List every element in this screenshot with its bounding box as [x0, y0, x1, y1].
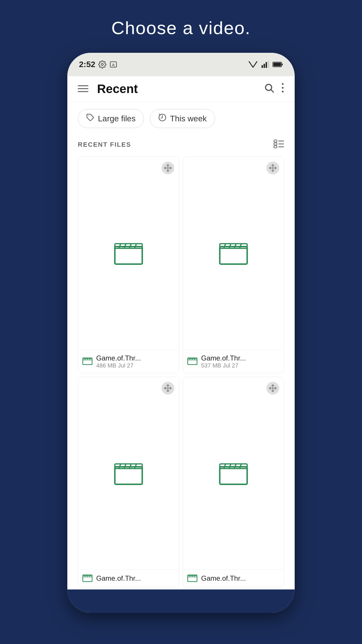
screen-title: Recent — [97, 82, 264, 96]
grid-view-button[interactable] — [274, 140, 284, 150]
file-info-2: Game.of.Thr... 537 MB Jul 27 — [183, 350, 284, 373]
large-files-label: Large files — [98, 114, 136, 123]
svg-rect-29 — [115, 247, 142, 264]
svg-line-34 — [135, 244, 136, 249]
menu-button[interactable] — [78, 84, 88, 94]
phone-bottom-bar — [67, 589, 295, 613]
file-card[interactable]: Game.of.Thr... 537 MB Jul 27 — [183, 157, 284, 373]
filter-bar: Large files This week — [67, 102, 295, 135]
svg-rect-5 — [266, 62, 267, 68]
file-details-3: Game.of.Thr... — [96, 574, 141, 582]
search-button[interactable] — [264, 83, 274, 96]
svg-rect-9 — [282, 64, 283, 65]
status-left: 2:52 A — [79, 60, 117, 69]
svg-point-16 — [282, 87, 284, 89]
svg-point-0 — [101, 64, 103, 66]
file-name-4: Game.of.Thr... — [201, 574, 246, 582]
signal-icon — [261, 60, 269, 69]
svg-rect-23 — [274, 146, 277, 148]
file-meta-2: 537 MB Jul 27 — [201, 362, 246, 369]
file-info-3: Game.of.Thr... — [78, 570, 179, 587]
svg-rect-6 — [268, 61, 269, 68]
this-week-label: This week — [170, 114, 207, 123]
file-thumbnail-1 — [78, 157, 179, 350]
files-grid: Game.of.Thr... 486 MB Jul 27 — [67, 154, 295, 589]
battery-icon — [273, 61, 283, 68]
file-thumbnail-3 — [78, 377, 179, 570]
svg-point-15 — [282, 83, 284, 85]
file-meta-1: 486 MB Jul 27 — [96, 362, 141, 369]
svg-line-59 — [129, 464, 131, 468]
svg-line-33 — [129, 244, 131, 249]
svg-rect-8 — [273, 63, 281, 66]
time-display: 2:52 — [79, 60, 95, 69]
svg-rect-3 — [261, 65, 263, 68]
file-thumbnail-4 — [183, 377, 284, 570]
file-card[interactable]: Game.of.Thr... — [78, 377, 179, 587]
drag-handle-4 — [266, 382, 279, 395]
svg-line-57 — [119, 464, 121, 468]
wifi-icon — [249, 61, 257, 68]
file-name-2: Game.of.Thr... — [201, 354, 246, 362]
file-details-2: Game.of.Thr... 537 MB Jul 27 — [201, 354, 246, 369]
svg-line-44 — [224, 244, 226, 249]
gear-icon — [98, 60, 106, 69]
svg-rect-21 — [274, 140, 277, 142]
file-thumbnail-2 — [183, 157, 284, 350]
drag-handle-2 — [266, 162, 279, 174]
svg-rect-42 — [220, 247, 247, 264]
large-files-chip[interactable]: Large files — [78, 109, 144, 128]
this-week-chip[interactable]: This week — [150, 109, 215, 128]
file-details-4: Game.of.Thr... — [201, 574, 246, 582]
svg-line-14 — [271, 90, 273, 92]
tag-icon — [86, 113, 94, 124]
section-header: RECENT FILES — [67, 135, 295, 154]
svg-line-71 — [229, 464, 231, 468]
status-bar: 2:52 A — [67, 53, 295, 76]
file-card[interactable]: Game.of.Thr... 486 MB Jul 27 — [78, 157, 179, 373]
file-details-1: Game.of.Thr... 486 MB Jul 27 — [96, 354, 141, 369]
svg-line-60 — [135, 464, 136, 468]
svg-line-31 — [119, 244, 121, 249]
svg-line-32 — [124, 244, 126, 249]
svg-line-47 — [240, 244, 241, 249]
svg-rect-55 — [115, 467, 142, 484]
svg-rect-22 — [274, 143, 277, 145]
file-name-1: Game.of.Thr... — [96, 354, 141, 362]
file-name-3: Game.of.Thr... — [96, 574, 141, 582]
drag-handle-1 — [161, 162, 174, 174]
svg-line-70 — [224, 464, 226, 468]
status-right — [249, 60, 283, 69]
svg-text:A: A — [112, 63, 115, 67]
history-icon — [158, 113, 166, 124]
file-card[interactable]: Game.of.Thr... — [183, 377, 284, 587]
file-info-4: Game.of.Thr... — [183, 570, 284, 587]
page-title: Choose a video. — [111, 18, 251, 38]
app-header: Recent — [67, 76, 295, 102]
svg-line-73 — [240, 464, 241, 468]
svg-rect-68 — [220, 467, 247, 484]
svg-line-20 — [159, 114, 160, 115]
svg-point-17 — [282, 91, 284, 92]
svg-line-46 — [234, 244, 236, 249]
notch — [149, 53, 213, 69]
drag-handle-3 — [161, 382, 174, 395]
phone-shell: 2:52 A — [67, 53, 295, 613]
more-button[interactable] — [281, 83, 284, 96]
svg-line-72 — [234, 464, 236, 468]
svg-line-45 — [229, 244, 231, 249]
svg-line-58 — [124, 464, 126, 468]
section-title: RECENT FILES — [78, 141, 131, 148]
svg-rect-4 — [263, 64, 265, 68]
phone-screen: Recent — [67, 76, 295, 589]
font-icon: A — [109, 60, 117, 69]
file-info-1: Game.of.Thr... 486 MB Jul 27 — [78, 350, 179, 373]
